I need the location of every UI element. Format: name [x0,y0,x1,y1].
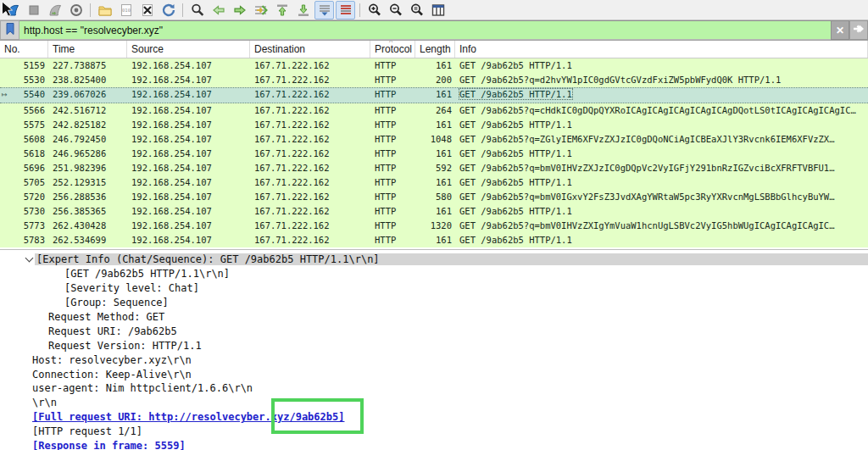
packet-row-selected[interactable]: 5540239.067026192.168.254.107167.71.222.… [0,87,868,103]
column-header-protocol[interactable]: Protocol^ [370,41,415,58]
cell-time: 256.288536 [48,190,127,204]
detail-line[interactable]: [Expert Info (Chat/Sequence): GET /9ab62… [0,253,868,267]
restart-capture-button[interactable] [45,1,64,19]
packet-row[interactable]: 5696251.982396192.168.254.107167.71.222.… [0,161,868,175]
cell-protocol: HTTP [370,147,415,161]
packet-row[interactable]: 5720256.288536192.168.254.107167.71.222.… [0,190,868,204]
detail-text: Request URI: /9ab62b5 [47,325,181,337]
open-file-button[interactable] [95,1,114,19]
detail-link-text[interactable]: [Response in frame: 5559] [31,440,189,450]
go-forward-button[interactable] [230,1,249,19]
packet-row[interactable]: 5783262.534699192.168.254.107167.71.222.… [0,233,868,247]
find-packet-button[interactable] [187,1,207,19]
detail-line[interactable]: Request URI: /9ab62b5 [0,324,868,338]
filter-apply-button[interactable] [849,20,868,40]
column-header-info[interactable]: Info [455,41,868,58]
start-capture-button[interactable] [3,1,22,19]
detail-line[interactable]: \r\n [0,396,868,410]
go-back-button[interactable] [209,1,228,19]
packet-row[interactable]: 5530238.825400192.168.254.107167.71.222.… [0,73,868,87]
go-to-bottom-button[interactable] [293,1,313,19]
shark-fin-icon [5,3,20,18]
cell-protocol: HTTP [370,233,415,247]
cell-no: 5783 [0,233,48,247]
cell-info: GET /9ab62b5?q=bmV0IHVzZXJzIC0gDQpVc2VyI… [455,161,868,175]
arrow-up-bar-icon [275,3,290,18]
detail-text: Host: resolvecyber.xyz\r\n [31,354,195,366]
resize-columns-button[interactable] [428,1,448,19]
cell-protocol: HTTP [370,132,415,147]
cell-source: 192.168.254.107 [127,73,250,87]
reload-button[interactable] [159,1,178,19]
detail-line[interactable]: [Group: Sequence] [0,296,868,310]
detail-line[interactable]: Host: resolvecyber.xyz\r\n [0,353,868,367]
packet-row[interactable]: 5159227.738875192.168.254.107167.71.222.… [0,58,868,73]
save-file-button[interactable]: 010 [116,1,136,19]
packet-row[interactable]: 5618246.965286192.168.254.107167.71.222.… [0,147,868,161]
detail-line-link[interactable]: [Response in frame: 5559] [0,439,868,450]
cell-protocol: HTTP [370,58,415,73]
detail-text: Request Method: GET [47,311,168,323]
column-header-source[interactable]: Source [127,41,250,58]
cell-destination: 167.71.222.162 [250,88,370,103]
filter-bookmark-button[interactable] [0,20,19,40]
cell-destination: 167.71.222.162 [250,103,370,118]
chevron-down-icon[interactable] [23,258,35,261]
colorize-toggle-button[interactable] [336,1,355,19]
auto-scroll-toggle-button[interactable] [314,1,334,19]
packet-list-pane: No.TimeSourceDestinationProtocol^LengthI… [0,41,868,247]
detail-line[interactable]: user-agent: Nim httpclient/1.6.6\r\n [0,381,868,396]
cell-time: 251.982396 [48,161,127,175]
zoom-in-icon [367,3,382,18]
cell-info: GET /9ab62b5 HTTP/1.1 [455,233,868,247]
selected-row-arrow-icon: ↦ [2,88,8,101]
capture-options-button[interactable] [66,1,86,19]
cell-source: 192.168.254.107 [127,161,250,175]
cell-time: 242.825182 [48,118,127,132]
cell-time: 246.792450 [48,132,127,147]
packet-row[interactable]: 5608246.792450192.168.254.107167.71.222.… [0,132,868,147]
detail-line[interactable]: Request Version: HTTP/1.1 [0,338,868,353]
detail-line[interactable]: [HTTP request 1/1] [0,425,868,439]
go-to-packet-button[interactable] [251,1,270,19]
go-to-top-button[interactable] [272,1,292,19]
zoom-out-button[interactable] [386,1,405,19]
packet-row[interactable]: 5730256.385365192.168.254.107167.71.222.… [0,204,868,219]
cell-destination: 167.71.222.162 [250,161,370,175]
detail-line[interactable]: Request Method: GET [0,310,868,325]
column-header-length[interactable]: Length [415,41,455,58]
cell-destination: 167.71.222.162 [250,204,370,219]
filter-bar: http.host == "resolvecyber.xyz" ✕ [0,20,868,41]
cell-source: 192.168.254.107 [127,233,250,247]
display-filter-input[interactable]: http.host == "resolvecyber.xyz" [19,20,831,40]
reload-circular-arrow-icon [161,3,176,18]
cell-info: GET /9ab62b5 HTTP/1.1 [455,175,868,190]
stop-capture-button[interactable] [24,1,43,19]
cell-info: GET /9ab62b5 HTTP/1.1 [455,204,868,219]
stop-icon [26,3,42,18]
cell-destination: 167.71.222.162 [250,58,370,73]
detail-line[interactable]: [Severity level: Chat] [0,281,868,296]
cell-no: 5530 [0,73,48,87]
filter-clear-button[interactable]: ✕ [831,20,849,40]
column-header-no[interactable]: No. [0,41,48,58]
cell-info: GET /9ab62b5?q=d2hvYW1pIC0gdGVtcGVzdFxiZ… [455,73,868,87]
cell-time: 238.825400 [48,73,127,87]
zoom-reset-button[interactable] [407,1,426,19]
detail-line-link[interactable]: [Full request URI: http://resolvecyber.x… [0,410,868,425]
cell-destination: 167.71.222.162 [250,233,370,247]
detail-line[interactable]: Connection: Keep-Alive\r\n [0,367,868,381]
column-header-time[interactable]: Time [48,41,127,58]
packet-row[interactable]: 5773262.430428192.168.254.107167.71.222.… [0,219,868,233]
packet-row[interactable]: 5575242.825182192.168.254.107167.71.222.… [0,118,868,132]
detail-line[interactable]: [GET /9ab62b5 HTTP/1.1\r\n] [0,267,868,281]
detail-link-text[interactable]: [Full request URI: http://resolvecyber.x… [31,411,348,423]
sort-indicator: ^ [389,41,392,47]
zoom-in-button[interactable] [364,1,384,19]
column-header-destination[interactable]: Destination [250,41,370,58]
close-file-button[interactable] [137,1,157,19]
packet-row[interactable]: 5566242.516712192.168.254.107167.71.222.… [0,103,868,118]
cell-protocol: HTTP [370,161,415,175]
cell-length: 161 [415,175,455,190]
packet-row[interactable]: 5705252.129315192.168.254.107167.71.222.… [0,175,868,190]
